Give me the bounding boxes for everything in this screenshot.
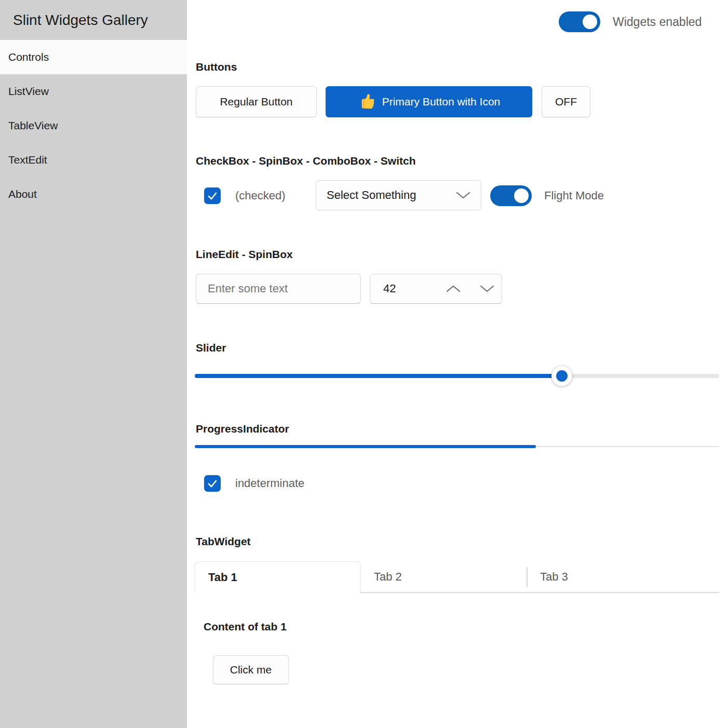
indeterminate-checkbox[interactable] <box>204 475 221 492</box>
thumbs-up-icon <box>358 93 375 111</box>
sidebar-item-textedit[interactable]: TextEdit <box>0 143 187 177</box>
switch-thumb <box>583 15 597 29</box>
sidebar: Slint Widgets Gallery Controls ListView … <box>0 0 187 728</box>
sidebar-item-controls[interactable]: Controls <box>0 40 187 74</box>
app-window: Slint Widgets Gallery Controls ListView … <box>0 0 727 728</box>
progress-fill <box>195 445 536 448</box>
spinbox-value: 42 <box>383 274 396 303</box>
checked-checkbox[interactable] <box>204 187 221 204</box>
widgets-enabled-switch[interactable] <box>559 11 600 32</box>
checkmark-icon <box>208 192 217 200</box>
slider-handle[interactable] <box>551 366 572 386</box>
slider-heading: Slider <box>196 341 226 355</box>
flight-mode-label: Flight Mode <box>544 185 604 206</box>
primary-button-label: Primary Button with Icon <box>382 96 501 108</box>
combobox-value: Select Something <box>327 188 416 202</box>
app-title: Slint Widgets Gallery <box>0 0 187 40</box>
switch-thumb <box>514 188 529 203</box>
line-edit-input[interactable] <box>196 274 361 304</box>
click-me-button-label: Click me <box>230 664 272 676</box>
tab-2[interactable]: Tab 2 <box>361 561 527 592</box>
tab-3[interactable]: Tab 3 <box>527 561 693 592</box>
progress-indicator <box>195 446 719 447</box>
slider-fill <box>195 374 562 378</box>
spinbox-decrement-button[interactable] <box>477 274 497 303</box>
chevron-down-icon <box>480 285 494 292</box>
off-button-label: OFF <box>555 96 577 108</box>
slider[interactable] <box>195 374 719 378</box>
regular-button-label: Regular Button <box>220 96 292 108</box>
tab-content-heading: Content of tab 1 <box>204 620 287 633</box>
checkmark-icon <box>208 480 217 488</box>
click-me-button[interactable]: Click me <box>213 655 289 684</box>
chevron-down-icon <box>456 192 470 199</box>
primary-button[interactable]: Primary Button with Icon <box>326 86 532 117</box>
chevron-up-icon <box>446 285 461 292</box>
buttons-heading: Buttons <box>196 60 237 74</box>
indeterminate-checkbox-label: indeterminate <box>235 475 304 492</box>
controls-row-heading: CheckBox - SpinBox - ComboBox - Switch <box>196 154 416 168</box>
widgets-enabled-label: Widgets enabled <box>613 11 702 32</box>
off-button[interactable]: OFF <box>542 86 590 117</box>
spinbox-increment-button[interactable] <box>443 274 464 303</box>
tab-1[interactable]: Tab 1 <box>195 561 361 593</box>
checked-checkbox-label: (checked) <box>235 187 286 204</box>
lineedit-heading: LineEdit - SpinBox <box>196 248 293 261</box>
sidebar-item-about[interactable]: About <box>0 177 187 211</box>
sidebar-item-tableview[interactable]: TableView <box>0 109 187 143</box>
regular-button[interactable]: Regular Button <box>196 86 317 117</box>
sidebar-item-listview[interactable]: ListView <box>0 74 187 109</box>
flight-mode-switch[interactable] <box>490 185 532 206</box>
sidebar-nav: Controls ListView TableView TextEdit Abo… <box>0 40 187 211</box>
spinbox[interactable]: 42 <box>370 274 502 304</box>
progress-heading: ProgressIndicator <box>196 422 289 436</box>
combobox[interactable]: Select Something <box>316 180 481 210</box>
tabwidget-heading: TabWidget <box>196 535 251 548</box>
